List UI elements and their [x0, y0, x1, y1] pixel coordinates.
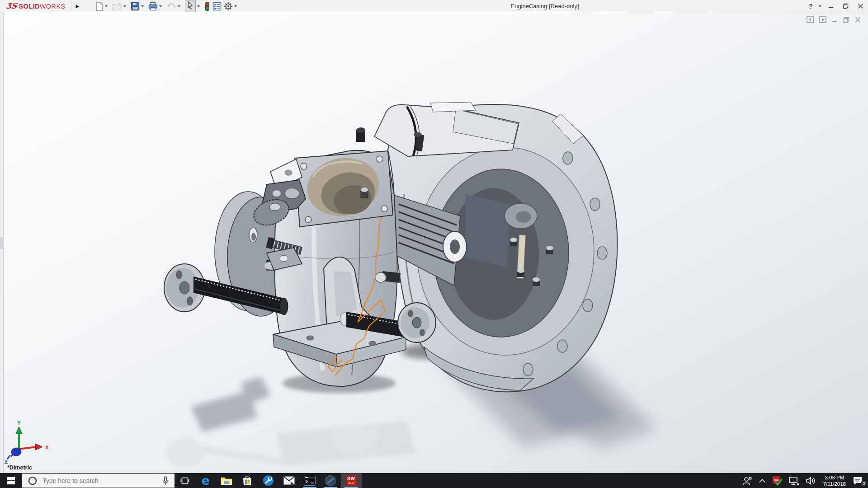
people-icon: [742, 476, 752, 485]
file-explorer-icon: [221, 476, 232, 486]
speaker-icon: [806, 476, 816, 485]
triad-z-label: Z: [5, 459, 8, 465]
view-orientation-label: *Dimetric: [7, 465, 32, 471]
print-button[interactable]: [148, 1, 165, 12]
cursor-icon: [186, 1, 194, 9]
tray-date: 7/11/2018: [823, 481, 846, 487]
engine-casing-model[interactable]: Y X Z: [0, 0, 868, 488]
close-button[interactable]: [853, 3, 868, 9]
open-button[interactable]: [112, 1, 129, 12]
wrench-circle-icon: [263, 475, 274, 486]
store-icon: [242, 475, 253, 486]
svg-text:sw: sw: [774, 478, 778, 482]
triad-y-label: Y: [17, 420, 21, 426]
ds-logo-icon: ƷS: [5, 1, 18, 10]
network-tray-icon[interactable]: [785, 473, 802, 488]
properties-list-icon: [212, 2, 222, 11]
doc-restore-button[interactable]: [843, 17, 849, 23]
help-button[interactable]: ?: [804, 2, 817, 10]
chevron-up-icon: [759, 479, 766, 483]
dropdown-caret[interactable]: [141, 5, 144, 7]
command-prompt-icon: [304, 476, 316, 486]
solidworks-window: ƷS SOLID WORKS ▶: [0, 0, 868, 488]
system-tray: sw 3:08 PM: [739, 473, 868, 488]
taskbar-app-edge[interactable]: e: [195, 473, 216, 488]
save-icon: [131, 2, 140, 11]
dropdown-caret[interactable]: [178, 5, 180, 7]
taskbar-app-solidworks[interactable]: SW 2017: [341, 473, 362, 488]
taskbar-search[interactable]: [22, 474, 175, 488]
hexagon-app-icon: [325, 475, 336, 487]
taskbar-app-settings-tool[interactable]: [258, 473, 278, 488]
solidworks-check-icon: sw: [772, 476, 782, 486]
show-left-pane-button[interactable]: [807, 16, 814, 23]
title-bar: ƷS SOLID WORKS ▶: [0, 0, 868, 12]
print-icon: [148, 2, 158, 11]
dropdown-caret[interactable]: [123, 5, 126, 7]
doc-minimize-button[interactable]: [832, 17, 838, 23]
volume-tray-icon[interactable]: [802, 473, 820, 488]
triad-x-label: X: [45, 445, 49, 450]
close-icon: [858, 3, 863, 9]
windows-taskbar: e: [0, 473, 868, 488]
windows-logo-icon: [7, 477, 15, 484]
taskbar-app-file-explorer[interactable]: [216, 473, 237, 488]
undo-button[interactable]: [166, 1, 183, 12]
save-button[interactable]: [130, 1, 146, 12]
task-view-icon: [180, 476, 189, 485]
task-view-button[interactable]: [175, 473, 195, 488]
tray-time: 3:08 PM: [825, 474, 844, 481]
doc-close-button[interactable]: [855, 17, 861, 23]
restore-icon: [843, 3, 849, 9]
document-window-controls: [807, 16, 861, 23]
show-right-pane-button[interactable]: [819, 16, 826, 23]
solidworks-logo: ƷS SOLID WORKS: [0, 1, 70, 10]
taskbar-app-mail[interactable]: [278, 473, 299, 488]
traffic-light-icon: [204, 1, 210, 11]
mail-icon: [283, 476, 295, 485]
document-title: EngineCasing [Read-only]: [510, 3, 579, 9]
select-button[interactable]: [184, 0, 203, 13]
taskbar-app-store[interactable]: [237, 473, 258, 488]
new-document-button[interactable]: [95, 1, 110, 12]
taskbar-app-hexagon[interactable]: [320, 473, 341, 488]
restore-button[interactable]: [838, 3, 853, 9]
carb-mount-plate[interactable]: [295, 151, 393, 227]
quick-access-toolbar: [95, 0, 241, 12]
divider: [71, 1, 71, 10]
solidworks-2017-icon: SW 2017: [346, 475, 357, 486]
microphone-icon[interactable]: [162, 476, 169, 485]
minimize-button[interactable]: [824, 4, 838, 9]
minimize-icon: [828, 4, 834, 9]
gear-icon: [224, 2, 233, 11]
undo-icon: [166, 2, 176, 11]
action-center-button[interactable]: 3: [849, 473, 868, 488]
solidworks-tray-icon[interactable]: sw: [769, 473, 785, 488]
reference-triad: Y X Z: [5, 420, 49, 465]
search-input[interactable]: [42, 477, 162, 484]
start-button[interactable]: [0, 473, 22, 488]
taskbar-app-command-prompt[interactable]: [299, 473, 320, 488]
dropdown-caret[interactable]: [105, 5, 108, 7]
panel-collapse-handle[interactable]: [0, 237, 4, 249]
help-dropdown-caret[interactable]: [819, 5, 821, 7]
people-button[interactable]: [739, 473, 755, 488]
dome-bolt: [375, 272, 386, 282]
new-document-icon: [95, 2, 104, 11]
menu-expand-arrow[interactable]: ▶: [72, 4, 83, 9]
dropdown-caret[interactable]: [159, 5, 162, 7]
open-folder-icon: [112, 2, 122, 11]
dropdown-caret[interactable]: [234, 5, 237, 7]
show-hidden-icons-button[interactable]: [755, 473, 769, 488]
edge-icon: e: [202, 474, 210, 488]
dropdown-caret[interactable]: [197, 5, 200, 7]
options-button[interactable]: [223, 1, 240, 12]
properties-button[interactable]: [212, 1, 222, 12]
clock[interactable]: 3:08 PM 7/11/2018: [820, 473, 849, 488]
notification-badge: 3: [861, 480, 867, 487]
network-icon: [788, 476, 799, 485]
window-controls: ?: [804, 0, 868, 12]
cortana-icon: [28, 476, 37, 485]
view-settings-button[interactable]: [204, 0, 211, 12]
